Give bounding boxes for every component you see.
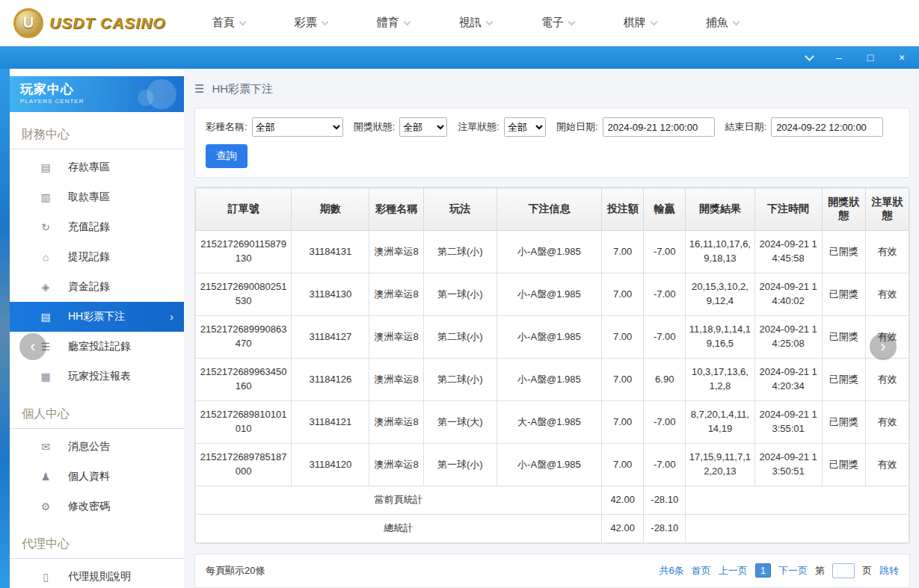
sidebar-item-label: 資金記錄 [68, 280, 110, 294]
menu-icon[interactable]: ☰ [194, 82, 204, 96]
nav-label: 視訊 [459, 16, 482, 30]
prev-page-link[interactable]: 上一页 [719, 564, 748, 578]
jump-suffix: 页 [862, 564, 872, 578]
player-report-icon: ▦ [40, 371, 52, 383]
total-summary-bet: 42.00 [602, 514, 644, 542]
cell-play-type: 第二球(小) [423, 359, 497, 401]
sidebar-item-player-bet-report[interactable]: ▦玩家投注報表 [10, 362, 184, 392]
sidebar-item-funds-records[interactable]: ◈資金記錄 [10, 272, 184, 302]
col-draw-status: 開獎狀態 [822, 188, 865, 231]
gear-icon: ⚙ [40, 501, 52, 513]
first-page-link[interactable]: 首页 [692, 564, 711, 578]
total-count: 共6条 [660, 564, 684, 578]
col-play-type: 玩法 [423, 188, 497, 231]
cell-draw-result: 8,7,20,1,4,11,14,19 [686, 401, 754, 444]
cell-period: 31184126 [292, 359, 369, 401]
page-size-text: 每頁顯示20條 [206, 564, 265, 578]
section-agent: 代理中心 ▯代理規則說明 [10, 522, 184, 588]
page-summary-row: 當前頁統計 42.00 -28.10 [196, 486, 909, 515]
filter-panel: 彩種名稱: 全部 開獎狀態: 全部 注單狀態: 全部 開始日期: 結束日期: 查… [194, 108, 910, 178]
cell-bet-info: 小-A盤@1.985 [497, 444, 601, 486]
cell-play-type: 第一球(小) [423, 273, 497, 316]
nav-item-boardgames[interactable]: 棋牌 [624, 16, 657, 30]
cell-bet-info: 大-A盤@1.985 [497, 401, 601, 444]
chevron-down-icon [650, 18, 657, 25]
pager: 共6条 首页 上一页 1 下一页 第 页 跳转 [660, 563, 899, 578]
user-icon: ♟ [40, 471, 52, 483]
table-row[interactable]: 2152172690080251530 31184130 澳洲幸运8 第一球(小… [196, 273, 909, 316]
sidebar-item-label: 個人資料 [68, 470, 110, 483]
sidebar-item-label: 修改密碼 [68, 500, 110, 513]
sidebar-item-label: 玩家投注報表 [68, 370, 131, 383]
carousel-right-arrow[interactable]: › [870, 333, 897, 360]
col-order-number: 訂單號 [196, 188, 292, 231]
cell-bet-amount: 7.00 [602, 401, 644, 444]
order-status-select[interactable]: 全部 [504, 117, 546, 137]
site-logo[interactable]: U USDT CASINO [13, 8, 166, 38]
nav-label: 首頁 [212, 16, 235, 30]
sidebar-item-withdraw[interactable]: ▥取款專區 [10, 182, 184, 212]
cell-draw-result: 16,11,10,17,6,9,18,13 [686, 231, 754, 273]
sidebar-item-announcements[interactable]: ✉消息公告 [10, 432, 184, 462]
cell-draw-result: 17,15,9,11,7,12,20,13 [686, 444, 754, 486]
cell-lottery-name: 澳洲幸运8 [369, 444, 423, 486]
nav-item-electronic[interactable]: 電子 [541, 16, 574, 30]
col-order-status: 注單狀態 [865, 188, 909, 231]
table-row[interactable]: 2152172690115879130 31184131 澳洲幸运8 第二球(小… [196, 231, 909, 273]
document-icon: ▯ [40, 571, 52, 583]
sidebar-item-deposit[interactable]: ▤存款專區 [10, 152, 184, 182]
cell-order-status: 有效 [865, 359, 909, 401]
current-page-badge[interactable]: 1 [755, 563, 771, 578]
arrow-right-icon: › [880, 337, 885, 356]
nav-item-video[interactable]: 視訊 [459, 16, 492, 30]
nav-item-sports[interactable]: 體育 [377, 16, 410, 30]
recharge-icon: ↻ [40, 221, 52, 233]
jump-button[interactable]: 跳转 [879, 564, 899, 578]
cell-bet-amount: 7.00 [602, 273, 644, 316]
next-page-link[interactable]: 下一页 [778, 564, 808, 578]
sidebar-item-label: HH彩票下注 [68, 310, 125, 324]
cell-bet-amount: 7.00 [602, 231, 644, 273]
funds-icon: ◈ [40, 281, 52, 293]
window-close-icon[interactable]: × [897, 52, 907, 63]
cell-lottery-name: 澳洲幸运8 [369, 401, 423, 444]
sidebar-item-label: 存款專區 [68, 161, 110, 174]
window-minimize-icon[interactable]: – [834, 52, 844, 63]
draw-status-label: 開獎狀態: [354, 120, 396, 134]
cell-draw-result: 11,18,9,1,14,19,16,5 [686, 316, 754, 359]
lottery-name-select[interactable]: 全部 [252, 117, 343, 137]
cell-bet-info: 小-A盤@1.985 [497, 359, 601, 401]
table-row[interactable]: 2152172689990863470 31184127 澳洲幸运8 第二球(小… [196, 316, 909, 359]
chevron-right-icon: › [170, 311, 173, 323]
sidebar-item-cashout-records[interactable]: ⌂提現記錄 [10, 242, 184, 272]
cell-order-status: 有效 [865, 401, 909, 444]
chevron-down-icon [568, 18, 575, 25]
carousel-left-arrow[interactable]: ‹ [19, 333, 46, 360]
sidebar-item-agent-rules[interactable]: ▯代理規則說明 [10, 562, 184, 588]
sidebar-item-change-password[interactable]: ⚙修改密碼 [10, 492, 184, 522]
cell-draw-result: 10,3,17,13,6,1,2,8 [686, 359, 754, 401]
search-button[interactable]: 查詢 [206, 144, 248, 168]
window-collapse-icon[interactable] [805, 52, 814, 61]
table-row[interactable]: 2152172689963450160 31184126 澳洲幸运8 第二球(小… [196, 359, 909, 401]
chevron-down-icon [403, 18, 411, 25]
sidebar-item-hh-lottery-bets[interactable]: ▤HH彩票下注› [10, 302, 184, 332]
cell-lottery-name: 澳洲幸运8 [369, 231, 423, 273]
background-carousel-strip [0, 69, 10, 588]
window-maximize-icon[interactable]: □ [865, 52, 876, 63]
cell-order-number: 2152172690080251530 [196, 273, 292, 316]
table-row[interactable]: 2152172689810101010 31184121 澳洲幸运8 第一球(大… [196, 401, 909, 444]
start-date-input[interactable] [603, 117, 715, 137]
sidebar-item-profile[interactable]: ♟個人資料 [10, 462, 184, 492]
sidebar-item-recharge-records[interactable]: ↻充值記錄 [10, 212, 184, 242]
table-row[interactable]: 2152172689785187000 31184120 澳洲幸运8 第一球(小… [196, 444, 909, 486]
total-summary-row: 總統計 42.00 -28.10 [196, 514, 909, 542]
jump-page-input[interactable] [832, 563, 855, 578]
draw-status-select[interactable]: 全部 [399, 117, 447, 137]
nav-item-fishing[interactable]: 捕魚 [706, 16, 739, 30]
nav-item-lottery[interactable]: 彩票 [295, 16, 328, 30]
cell-period: 31184130 [292, 273, 369, 316]
end-date-input[interactable] [771, 117, 883, 137]
cell-order-number: 2152172689810101010 [196, 401, 292, 444]
nav-item-home[interactable]: 首頁 [212, 16, 245, 30]
